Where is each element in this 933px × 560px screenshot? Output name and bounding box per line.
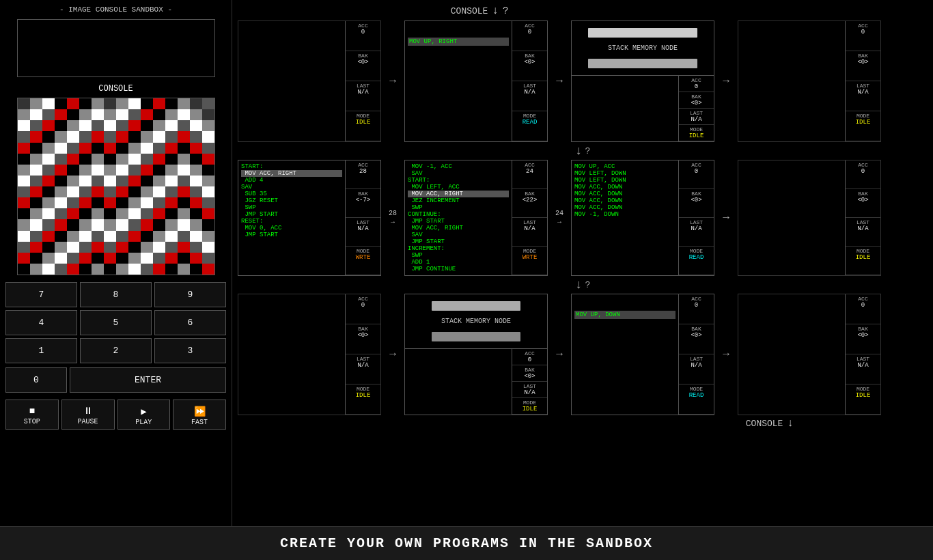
enter-button[interactable]: ENTER [70, 367, 226, 393]
node-0-2-stack: STACK MEMORY NODE ACC0 BAK<0> LASTN/A MO… [571, 20, 714, 142]
pixel-cell [153, 253, 165, 264]
pixel-cell [67, 264, 79, 275]
pixel-cell [178, 197, 190, 208]
pixel-cell [116, 253, 128, 264]
pixel-cell [190, 120, 202, 131]
pixel-cell [202, 197, 214, 208]
pixel-cell [104, 219, 116, 230]
pixel-cell [104, 242, 116, 253]
pixel-cell [18, 120, 30, 131]
node-1-3: ACC0 BAK<0> LASTN/A MODEIDLE [738, 160, 881, 276]
fast-button[interactable]: ⏩ FAST [173, 400, 226, 430]
pixel-cell [104, 143, 116, 154]
pixel-cell [141, 120, 153, 131]
pixel-cell [92, 231, 104, 242]
pixel-cell [79, 264, 92, 275]
pixel-cell [128, 154, 141, 165]
pixel-cell [202, 242, 214, 253]
pixel-cell [30, 131, 42, 142]
stack-bar2-bottom [432, 332, 520, 341]
pixel-cell [92, 143, 104, 154]
pixel-cell [165, 120, 178, 131]
pixel-cell [165, 154, 178, 165]
pixel-cell [128, 253, 141, 264]
pixel-cell [165, 208, 178, 219]
node-row-0: ACC0 BAK<0> LASTN/A MODEIDLE → MOV UP, R… [235, 20, 930, 142]
node-1-2: MOV UP, ACCMOV LEFT, DOWNMOV LEFT, DOWNM… [571, 160, 714, 276]
pixel-cell [79, 186, 92, 197]
pixel-cell [165, 143, 178, 154]
pixel-cell [165, 186, 178, 197]
arrow-2-12: → [549, 294, 570, 415]
pixel-cell [165, 264, 178, 275]
numpad-1[interactable]: 1 [5, 338, 77, 363]
pixel-cell [178, 120, 190, 131]
numpad-7[interactable]: 7 [5, 282, 77, 307]
numpad-4[interactable]: 4 [5, 310, 77, 335]
pixel-cell [178, 131, 190, 142]
pixel-cell [30, 197, 42, 208]
node-1-1: MOV -1, ACC SAVSTART: MOV LEFT, ACC MOV … [404, 160, 548, 276]
pixel-cell [128, 219, 141, 230]
pixel-cell [92, 109, 104, 120]
pixel-cell [55, 154, 67, 165]
pixel-cell [141, 253, 153, 264]
pixel-cell [79, 219, 92, 230]
pixel-cell [141, 231, 153, 242]
footer: CREATE YOUR OWN PROGRAMS IN THE SANDBOX [0, 526, 933, 560]
pixel-cell [92, 131, 104, 142]
pixel-cell [116, 154, 128, 165]
pixel-cell [30, 264, 42, 275]
arrow-1-01: 28 → [382, 160, 403, 276]
numpad-0[interactable]: 0 [5, 367, 67, 393]
pixel-cell [67, 98, 79, 109]
pixel-cell [18, 176, 30, 186]
pixel-cell [104, 231, 116, 242]
pixel-cell [116, 165, 128, 176]
stop-button[interactable]: ■ STOP [5, 400, 59, 430]
console-header-row: CONSOLE ↓ ? [235, 3, 930, 19]
pause-button[interactable]: ⏸ PAUSE [61, 400, 115, 430]
numpad-6[interactable]: 6 [154, 310, 226, 335]
pixel-cell [55, 176, 67, 186]
numpad-3[interactable]: 3 [154, 338, 226, 363]
play-button[interactable]: ▶ PLAY [117, 400, 171, 430]
arrow-1-23: → [716, 160, 736, 276]
numpad-5[interactable]: 5 [80, 310, 152, 335]
pixel-cell [128, 242, 141, 253]
pixel-cell [128, 165, 141, 176]
numpad-2[interactable]: 2 [80, 338, 152, 363]
pixel-cell [104, 98, 116, 109]
node-row-1: START: MOV ACC, RIGHT ADD 4SAV SUB 35 JG… [235, 160, 930, 276]
pixel-cell [202, 186, 214, 197]
pixel-cell [55, 242, 67, 253]
stack-bar-bottom [588, 59, 697, 68]
pixel-cell [79, 109, 92, 120]
numpad-bottom-row: 0 ENTER [5, 367, 226, 393]
pixel-cell [190, 219, 202, 230]
pixel-cell [79, 242, 92, 253]
pixel-cell [67, 253, 79, 264]
pixel-cell [18, 109, 30, 120]
arrow-2-23: → [716, 294, 736, 415]
pixel-cell [190, 197, 202, 208]
registers-2-1: ACC0 BAK<0> LASTN/A MODEIDLE [512, 349, 547, 415]
stack-bar2-top [432, 301, 520, 311]
image-console-title: - IMAGE CONSOLE SANDBOX - [5, 5, 226, 14]
pixel-cell [153, 231, 165, 242]
pixel-cell [67, 165, 79, 176]
pixel-cell [92, 219, 104, 230]
numpad-8[interactable]: 8 [80, 282, 152, 307]
pixel-cell [42, 165, 55, 176]
numpad-9[interactable]: 9 [154, 282, 226, 307]
pixel-cell [190, 253, 202, 264]
pixel-cell [30, 120, 42, 131]
node-2-1-stack: STACK MEMORY NODE ACC0 BAK<0> LASTN/A MO… [404, 294, 548, 415]
pixel-cell [42, 231, 55, 242]
registers-2-2: ACC0 BAK<0> LASTN/A MODEREAD [678, 294, 714, 415]
pixel-cell [178, 154, 190, 165]
pixel-cell [153, 208, 165, 219]
pixel-cell [79, 120, 92, 131]
pixel-cell [153, 109, 165, 120]
pixel-cell [141, 98, 153, 109]
